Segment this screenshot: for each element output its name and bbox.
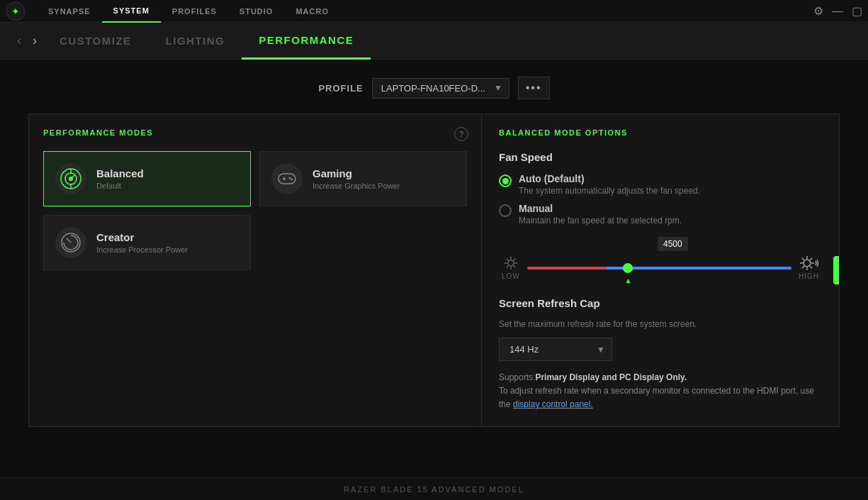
nav-forward-arrow[interactable]: › [27,33,43,48]
nav-studio[interactable]: STUDIO [228,0,285,23]
slider-value-tooltip: 4500 [658,237,688,251]
svg-point-11 [289,177,291,179]
device-name: RAZER BLADE 15 ADVANCED MODEL [344,485,524,494]
mode-gaming[interactable]: Gaming Increase Graphics Power [259,151,467,206]
svg-line-29 [801,258,804,260]
right-edge-indicator [833,256,839,284]
screen-refresh-desc: Set the maximum refresh rate for the sys… [499,319,822,329]
slider-track-wrap: LOW ▲ [502,255,819,280]
left-panel-title: PERFORMANCE MODES [43,128,467,137]
bottom-status: RAZER BLADE 15 ADVANCED MODEL [0,477,868,500]
creator-title: Creator [96,231,188,243]
svg-line-31 [810,258,812,260]
creator-subtitle: Increase Processor Power [96,245,188,254]
slider-track [527,267,791,270]
svg-line-20 [507,259,509,261]
nav-back-arrow[interactable]: ‹ [11,33,27,48]
fan-auto-label: Auto (Default) [519,173,700,184]
panels: PERFORMANCE MODES ? [28,113,840,427]
fan-speed-options: Auto (Default) The system automatically … [499,173,822,226]
fan-speed-slider-container: 4500 LO [499,237,822,280]
display-control-panel-link[interactable]: display control panel. [513,399,593,409]
fan-slider[interactable]: ▲ [527,257,791,279]
balanced-subtitle: Default [96,182,144,190]
nav-macro[interactable]: MACRO [284,0,340,23]
right-panel-title: BALANCED MODE OPTIONS [499,128,822,137]
svg-line-32 [801,266,804,268]
fan-auto-option[interactable]: Auto (Default) The system automatically … [499,173,822,196]
window-icon[interactable]: ▢ [852,4,862,18]
svg-text:✦: ✦ [11,6,20,17]
top-nav-items: SYNAPSE SYSTEM PROFILES STUDIO MACRO [37,0,813,23]
svg-line-23 [507,265,509,267]
fan-auto-text: Auto (Default) The system automatically … [519,173,700,196]
balanced-icon [55,163,86,194]
fan-manual-desc: Maintain the fan speed at the selected r… [519,216,682,226]
gaming-icon [271,163,303,194]
creator-icon [55,227,86,258]
gaming-text: Gaming Increase Graphics Power [312,167,400,190]
help-icon[interactable]: ? [454,127,468,141]
razer-logo: ✦ [6,1,26,21]
fan-low-label: LOW [502,272,520,280]
nav-system[interactable]: SYSTEM [102,0,161,23]
svg-point-12 [291,179,293,181]
main-content: PROFILE LAPTOP-FNA10FEO-D... ▼ ••• PERFO… [0,60,868,427]
svg-point-15 [508,260,514,266]
refresh-select-wrapper: 60 Hz 144 Hz ▼ [499,338,612,361]
fan-high-end: HIGH [799,255,819,280]
creator-text: Creator Increase Processor Power [96,231,188,254]
fan-auto-radio[interactable] [499,174,512,187]
balanced-text: Balanced Default [96,167,144,190]
fan-high-label: HIGH [799,272,819,280]
screen-refresh-title: Screen Refresh Cap [499,297,822,309]
settings-icon[interactable]: ⚙ [813,4,823,18]
top-nav-right: ⚙ — ▢ [813,4,862,18]
mode-grid: Balanced Default [43,151,467,270]
svg-line-7 [71,174,75,179]
fan-manual-option[interactable]: Manual Maintain the fan speed at the sel… [499,203,822,226]
mode-creator[interactable]: Creator Increase Processor Power [43,215,251,270]
svg-line-21 [513,265,515,267]
mode-balanced[interactable]: Balanced Default [43,151,251,206]
profile-more-button[interactable]: ••• [518,77,550,99]
profile-dropdown[interactable]: LAPTOP-FNA10FEO-D... [372,78,509,99]
fan-speed-title: Fan Speed [499,151,822,163]
gaming-subtitle: Increase Graphics Power [312,182,400,190]
subnav-customize[interactable]: CUSTOMIZE [43,23,149,60]
minimize-icon[interactable]: — [832,5,843,18]
fan-manual-text: Manual Maintain the fan speed at the sel… [519,203,682,226]
svg-line-30 [810,266,812,268]
fan-manual-radio[interactable] [499,204,512,217]
screen-refresh-section: Screen Refresh Cap Set the maximum refre… [499,297,822,412]
subnav-lighting[interactable]: LIGHTING [149,23,242,60]
sub-navigation: ‹ › CUSTOMIZE LIGHTING PERFORMANCE [0,23,868,60]
svg-line-22 [513,259,515,261]
svg-point-24 [804,260,811,267]
top-navigation: ✦ SYNAPSE SYSTEM PROFILES STUDIO MACRO ⚙… [0,0,868,23]
refresh-rate-dropdown[interactable]: 60 Hz 144 Hz [499,338,612,361]
supports-label: Supports: [499,372,535,382]
svg-line-14 [67,238,71,243]
right-panel: BALANCED MODE OPTIONS Fan Speed Auto (De… [482,113,840,427]
profile-row: PROFILE LAPTOP-FNA10FEO-D... ▼ ••• [28,77,840,99]
nav-profiles[interactable]: PROFILES [161,0,228,23]
support-text: Supports:Primary Display and PC Display … [499,371,822,412]
left-panel: PERFORMANCE MODES ? [28,113,482,427]
slider-marker: ▲ [625,277,632,284]
fan-low-end: LOW [502,255,520,280]
subnav-performance[interactable]: PERFORMANCE [242,23,371,60]
balanced-title: Balanced [96,167,144,179]
gaming-title: Gaming [312,167,400,179]
nav-synapse[interactable]: SYNAPSE [37,0,102,23]
fan-manual-label: Manual [519,203,682,214]
supports-bold: Primary Display and PC Display Only. [535,372,687,382]
profile-select-wrapper: LAPTOP-FNA10FEO-D... ▼ [372,78,509,99]
slider-thumb[interactable] [623,263,633,273]
svg-rect-8 [278,174,295,184]
fan-auto-desc: The system automatically adjusts the fan… [519,186,700,196]
profile-label: PROFILE [318,83,363,94]
